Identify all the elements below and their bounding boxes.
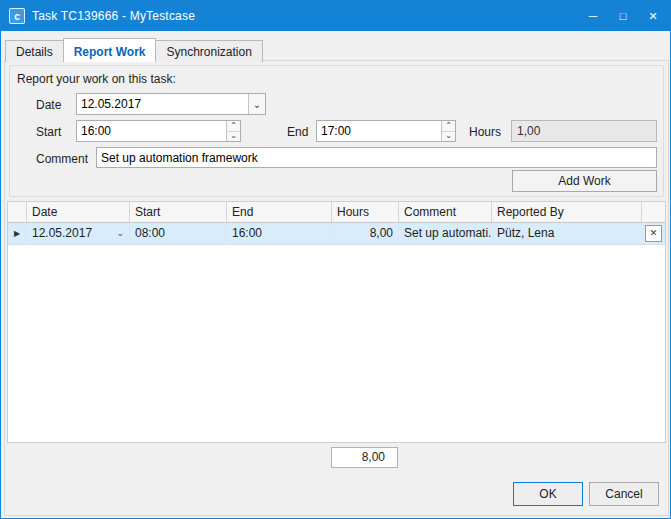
- tab-strip: Details Report Work Synchronization: [5, 38, 263, 62]
- start-spin-editor: ⌃ ⌄: [76, 120, 241, 142]
- start-spin-down-icon[interactable]: ⌄: [227, 132, 240, 142]
- group-label: Report your work on this task:: [17, 72, 176, 86]
- row-selector-cell[interactable]: ▶: [8, 223, 27, 244]
- date-dropdown-icon[interactable]: ⌄: [248, 94, 265, 114]
- hours-summary-cell: 8,00: [331, 447, 398, 468]
- row-date-dropdown-icon[interactable]: ⌄: [112, 223, 124, 244]
- header-reported-by[interactable]: Reported By: [492, 202, 642, 222]
- minimize-icon[interactable]: ─: [578, 1, 608, 31]
- task-dialog-window: c Task TC139666 - MyTestcase ─ □ ✕ Detai…: [0, 0, 671, 519]
- ok-button[interactable]: OK: [513, 482, 583, 506]
- tab-report-work[interactable]: Report Work: [63, 38, 157, 62]
- comment-editor: [96, 147, 657, 168]
- row-start-cell[interactable]: 08:00: [130, 223, 227, 244]
- header-hours[interactable]: Hours: [332, 202, 399, 222]
- header-start[interactable]: Start: [130, 202, 227, 222]
- app-icon: c: [9, 8, 25, 24]
- start-spin-buttons: ⌃ ⌄: [226, 121, 240, 141]
- grid-header: Date Start End Hours Comment Reported By: [8, 202, 665, 223]
- start-spin-up-icon[interactable]: ⌃: [227, 121, 240, 132]
- work-grid: Date Start End Hours Comment Reported By…: [7, 201, 666, 443]
- row-hours-cell[interactable]: 8,00: [332, 223, 399, 244]
- close-icon[interactable]: ✕: [638, 1, 668, 31]
- row-reported-by-cell[interactable]: Pütz, Lena: [492, 223, 642, 244]
- start-input[interactable]: [77, 121, 226, 141]
- hours-label: Hours: [469, 125, 501, 139]
- end-spin-up-icon[interactable]: ⌃: [442, 121, 455, 132]
- caption-buttons: ─ □ ✕: [578, 1, 668, 31]
- date-label: Date: [36, 98, 61, 112]
- tab-synchronization[interactable]: Synchronization: [155, 40, 262, 62]
- comment-input[interactable]: [97, 148, 656, 167]
- header-end[interactable]: End: [227, 202, 332, 222]
- start-label: Start: [36, 125, 61, 139]
- end-label: End: [287, 125, 308, 139]
- end-spin-down-icon[interactable]: ⌄: [442, 132, 455, 142]
- date-combobox: ⌄: [76, 93, 266, 115]
- delete-row-button[interactable]: ✕: [645, 225, 662, 242]
- end-spin-buttons: ⌃ ⌄: [441, 121, 455, 141]
- header-row-selector: [8, 202, 27, 222]
- row-date-cell[interactable]: 12.05.2017 ⌄: [27, 223, 130, 244]
- header-delete: [642, 202, 665, 222]
- add-work-button[interactable]: Add Work: [512, 170, 657, 192]
- current-row-marker-icon: ▶: [14, 223, 20, 244]
- row-comment-cell[interactable]: Set up automati...: [399, 223, 492, 244]
- row-delete-cell: ✕: [642, 223, 665, 244]
- end-spin-editor: ⌃ ⌄: [316, 120, 456, 142]
- header-date[interactable]: Date: [27, 202, 130, 222]
- hours-readonly-field: 1,00: [511, 120, 657, 142]
- titlebar[interactable]: c Task TC139666 - MyTestcase ─ □ ✕: [1, 1, 670, 31]
- row-end-cell[interactable]: 16:00: [227, 223, 332, 244]
- row-date-value: 12.05.2017: [32, 223, 92, 244]
- date-input[interactable]: [77, 94, 248, 114]
- table-row[interactable]: ▶ 12.05.2017 ⌄ 08:00 16:00 8,00 Set up a…: [8, 223, 665, 245]
- tab-details[interactable]: Details: [5, 40, 64, 62]
- cancel-button[interactable]: Cancel: [589, 482, 659, 506]
- window-title: Task TC139666 - MyTestcase: [32, 9, 195, 23]
- delete-icon: ✕: [650, 223, 658, 244]
- comment-label: Comment: [36, 152, 88, 166]
- end-input[interactable]: [317, 121, 441, 141]
- maximize-icon[interactable]: □: [608, 1, 638, 31]
- header-comment[interactable]: Comment: [399, 202, 492, 222]
